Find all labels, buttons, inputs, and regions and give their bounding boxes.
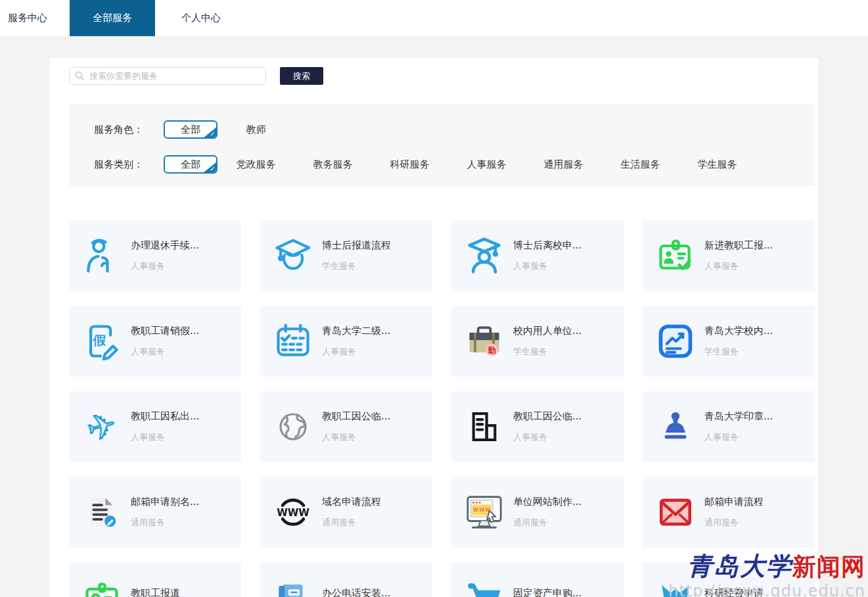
card-category: 人事服务 (513, 431, 582, 443)
svg-text:勤: 勤 (488, 346, 496, 355)
nav-tab-2[interactable]: 个人中心 (173, 0, 229, 36)
filter-option[interactable]: 学生服务 (679, 158, 756, 171)
card-text: 青岛大学校内...学生服务 (704, 325, 773, 358)
stamp-icon (654, 406, 697, 448)
service-card[interactable]: 教职工因公临...人事服务 (451, 391, 624, 462)
svg-text:假: 假 (92, 333, 106, 348)
service-card[interactable]: 青岛大学二级...人事服务 (260, 306, 432, 377)
card-category: 人事服务 (513, 260, 582, 272)
card-title: 邮箱申请流程 (704, 496, 764, 508)
card-text: 办理退休手续...人事服务 (131, 239, 199, 272)
card-text: 固定资产申购... (513, 587, 582, 597)
card-category: 人事服务 (131, 346, 199, 358)
airplane-icon: ✈ (81, 406, 123, 448)
card-title: 校内用人单位... (513, 325, 582, 337)
id-card-check-icon (654, 235, 697, 277)
category-selected-label: 全部 (181, 158, 200, 171)
filter-option[interactable]: 生活服务 (602, 158, 679, 171)
card-text: 单位网站制作...通用服务 (513, 496, 582, 529)
graduate-person-icon (463, 235, 505, 277)
service-card[interactable]: 科研经费申请 (643, 562, 815, 597)
service-card[interactable]: 教职工因公临...人事服务 (260, 391, 432, 462)
nav-tab-0[interactable]: 服务中心 (0, 0, 55, 36)
search-icon (74, 70, 85, 84)
id-badge-icon (81, 577, 123, 597)
service-card[interactable]: W.W.W单位网站制作...通用服务 (451, 477, 624, 548)
service-card[interactable]: 假教职工请销假...人事服务 (69, 306, 241, 377)
research-fund-icon (654, 577, 697, 597)
card-title: 新进教职工报... (704, 239, 773, 252)
filter-panel: 服务角色： 全部 ✓ 教师 服务类别： 全部 ✓ 党政服务教务服务科研服务人事服… (69, 104, 815, 187)
top-navigation: 服务中心全部服务个人中心 (0, 0, 868, 36)
service-card[interactable]: 邮箱申请别名...通用服务 (69, 477, 241, 548)
card-category: 学生服务 (322, 260, 391, 272)
document-edit-icon (81, 491, 123, 533)
filter-option[interactable]: 人事服务 (448, 158, 525, 171)
service-card[interactable]: WWW域名申请流程通用服务 (260, 477, 432, 548)
card-title: 博士后离校申... (513, 239, 582, 252)
filter-option[interactable]: 教务服务 (294, 158, 371, 171)
card-title: 教职工请销假... (131, 325, 199, 337)
card-text: 博士后离校申...人事服务 (513, 239, 582, 272)
card-title: 办公电话安装... (322, 587, 390, 597)
card-category: 学生服务 (704, 346, 773, 358)
service-card[interactable]: 邮箱申请流程通用服务 (643, 477, 815, 548)
filter-option[interactable]: 通用服务 (525, 158, 602, 171)
card-title: 科研经费申请 (704, 587, 764, 597)
website-monitor-icon: W.W.W (463, 491, 505, 533)
card-category: 通用服务 (704, 517, 764, 529)
service-card[interactable]: 青岛大学印章...人事服务 (643, 391, 815, 462)
card-text: 博士后报道流程学生服务 (322, 239, 391, 272)
card-category: 通用服务 (513, 517, 582, 529)
card-title: 教职工因公临... (322, 410, 390, 423)
service-card[interactable]: 博士后离校申...人事服务 (451, 220, 624, 291)
svg-text:WWW: WWW (277, 507, 309, 519)
filter-row-role: 服务角色： 全部 ✓ 教师 (94, 120, 815, 139)
search-input[interactable] (69, 67, 266, 85)
category-selected-button[interactable]: 全部 ✓ (164, 155, 217, 174)
card-title: 教职工报道 (131, 587, 180, 597)
service-card[interactable]: 办理退休手续...人事服务 (69, 220, 241, 291)
service-card[interactable]: 青岛大学校内...学生服务 (643, 306, 815, 377)
service-card[interactable]: 新进教职工报...人事服务 (643, 220, 815, 291)
service-card[interactable]: 固定资产申购... (451, 562, 624, 597)
card-title: 固定资产申购... (513, 587, 582, 597)
card-title: 单位网站制作... (513, 496, 582, 508)
card-category: 人事服务 (704, 431, 773, 443)
service-card[interactable]: 博士后报道流程学生服务 (260, 220, 432, 291)
card-category: 学生服务 (513, 346, 582, 358)
card-title: 青岛大学印章... (704, 410, 773, 423)
filter-option[interactable]: 科研服务 (371, 158, 448, 171)
building-icon (463, 406, 505, 448)
category-filter-label: 服务类别： (94, 158, 152, 171)
cart-icon (463, 577, 505, 597)
card-text: 邮箱申请别名...通用服务 (131, 496, 199, 529)
nav-tab-1-active[interactable]: 全部服务 (70, 0, 155, 36)
card-text: 教职工因公临...人事服务 (322, 410, 390, 443)
telephone-icon (272, 577, 314, 597)
search-button[interactable]: 搜索 (280, 67, 323, 85)
card-title: 域名申请流程 (322, 496, 381, 508)
card-text: 校内用人单位...学生服务 (513, 325, 582, 358)
service-card[interactable]: 勤校内用人单位...学生服务 (451, 306, 624, 377)
service-cards-grid: 办理退休手续...人事服务博士后报道流程学生服务博士后离校申...人事服务新进教… (69, 220, 815, 597)
filter-option[interactable]: 党政服务 (217, 158, 294, 171)
svg-text:W.W.W: W.W.W (473, 507, 490, 513)
card-text: 青岛大学二级...人事服务 (322, 325, 390, 358)
card-title: 教职工因公临... (513, 410, 582, 423)
leave-note-icon: 假 (81, 320, 123, 362)
service-card[interactable]: ✈教职工因私出...人事服务 (69, 391, 241, 462)
role-filter-label: 服务角色： (94, 124, 152, 136)
search-row: 搜索 (69, 67, 818, 85)
role-selected-label: 全部 (181, 124, 200, 136)
card-text: 教职工因私出...人事服务 (131, 410, 199, 443)
service-card[interactable]: 办公电话安装... (260, 562, 432, 597)
service-card[interactable]: 教职工报道 (69, 562, 241, 597)
filter-option[interactable]: 教师 (217, 124, 294, 136)
card-title: 博士后报道流程 (322, 239, 391, 252)
card-category: 通用服务 (131, 517, 199, 529)
role-selected-button[interactable]: 全部 ✓ (164, 120, 217, 139)
card-category: 人事服务 (322, 431, 390, 443)
search-input-wrap (69, 67, 266, 85)
www-icon: WWW (272, 491, 314, 533)
